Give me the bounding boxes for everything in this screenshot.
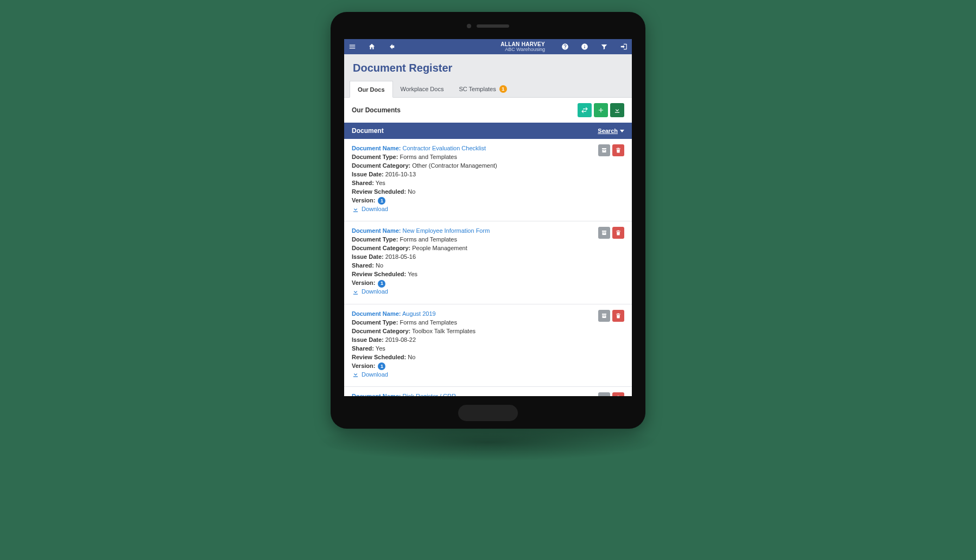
trash-icon [615, 313, 622, 319]
field-label: Document Name: [352, 145, 401, 151]
tab-our-docs[interactable]: Our Docs [350, 81, 393, 98]
document-row: Document Name: New Employee Information … [344, 221, 632, 304]
document-row: Document Name: Contractor Evaluation Che… [344, 139, 632, 221]
tab-sc-templates[interactable]: SC Templates 1 [451, 81, 514, 97]
field-label: Document Category: [352, 245, 410, 251]
search-toggle[interactable]: Search [598, 128, 624, 134]
delete-button[interactable] [612, 392, 624, 396]
field-value: Yes [408, 271, 417, 277]
user-name: ALLAN HARVEY [500, 42, 545, 47]
field-label: Version: [352, 362, 375, 369]
field-label: Version: [352, 279, 375, 286]
section-header: Our Documents [344, 98, 632, 123]
document-list: Document Name: Contractor Evaluation Che… [344, 139, 632, 396]
download-link[interactable]: Download [352, 371, 388, 379]
field-value: Yes [376, 180, 385, 186]
section-title: Our Documents [352, 106, 401, 114]
field-label: Issue Date: [352, 171, 384, 177]
archive-icon [601, 395, 607, 396]
user-org: ABC Warehousing [500, 47, 545, 52]
tabs: Our Docs Workplace Docs SC Templates 1 [344, 81, 632, 98]
field-value: 2019-08-22 [385, 336, 416, 343]
home-icon[interactable] [368, 43, 376, 50]
help-icon[interactable] [561, 43, 569, 50]
field-value: Other (Contractor Management) [412, 162, 497, 169]
delete-button[interactable] [612, 310, 624, 322]
download-link[interactable]: Download [352, 288, 388, 296]
content-area: Our Documents Document Search Document N… [344, 98, 632, 396]
archive-button[interactable] [598, 392, 610, 396]
document-name-link[interactable]: New Employee Information Form [403, 227, 490, 234]
tab-workplace-docs[interactable]: Workplace Docs [393, 81, 452, 97]
field-label: Issue Date: [352, 253, 384, 260]
field-label: Version: [352, 197, 375, 203]
delete-button[interactable] [612, 227, 624, 239]
field-value: 2016-10-13 [385, 171, 416, 177]
archive-button[interactable] [598, 144, 610, 156]
field-label: Document Type: [352, 154, 398, 160]
field-label: Document Name: [352, 310, 401, 317]
delete-button[interactable] [612, 144, 624, 156]
logout-icon[interactable] [620, 43, 628, 50]
table-header-label: Document [352, 127, 384, 135]
menu-icon[interactable] [348, 43, 356, 50]
field-label: Review Scheduled: [352, 271, 406, 277]
tab-label: Our Docs [358, 86, 385, 93]
field-value: Forms and Templates [400, 236, 457, 243]
page-title: Document Register [344, 54, 632, 81]
tablet-home-button[interactable] [458, 405, 518, 421]
field-value: No [376, 262, 383, 269]
version-badge: 1 [378, 280, 385, 288]
download-all-button[interactable] [610, 103, 624, 117]
download-icon [613, 106, 621, 114]
field-label: Document Category: [352, 162, 410, 169]
document-name-link[interactable]: Risk Register / CRR [403, 393, 456, 396]
caret-down-icon [620, 130, 624, 132]
document-row: Document Name: August 2019 Document Type… [344, 304, 632, 387]
field-value: People Management [412, 245, 467, 251]
tab-label: Workplace Docs [401, 86, 444, 92]
download-icon [352, 288, 359, 296]
field-label: Document Type: [352, 319, 398, 326]
document-name-link[interactable]: Contractor Evaluation Checklist [403, 145, 486, 151]
add-button[interactable] [594, 103, 608, 117]
field-value: Forms and Templates [400, 154, 457, 160]
search-label: Search [598, 128, 618, 134]
field-value: No [408, 188, 415, 195]
archive-button[interactable] [598, 310, 610, 322]
swap-icon [581, 106, 588, 114]
tablet-camera [467, 24, 509, 28]
field-label: Issue Date: [352, 336, 384, 343]
download-icon [352, 206, 359, 213]
filter-icon[interactable] [600, 43, 608, 50]
back-icon[interactable] [388, 43, 395, 50]
field-value: 2018-05-16 [385, 253, 416, 260]
field-label: Document Category: [352, 328, 410, 334]
field-label: Review Scheduled: [352, 354, 406, 360]
badge-count: 1 [499, 85, 507, 93]
swap-button[interactable] [578, 103, 592, 117]
field-label: Document Name: [352, 393, 401, 396]
trash-icon [615, 147, 622, 154]
trash-icon [615, 395, 622, 396]
field-value: Yes [376, 345, 385, 352]
tablet-shadow [314, 423, 662, 461]
user-block[interactable]: ALLAN HARVEY ABC Warehousing [500, 42, 545, 52]
field-label: Shared: [352, 180, 374, 186]
app-screen: ALLAN HARVEY ABC Warehousing Document Re… [344, 39, 632, 396]
field-label: Shared: [352, 345, 374, 352]
download-link[interactable]: Download [352, 205, 388, 214]
archive-icon [601, 230, 607, 236]
version-badge: 1 [378, 362, 385, 370]
field-label: Document Name: [352, 227, 401, 234]
trash-icon [615, 230, 622, 236]
field-label: Review Scheduled: [352, 188, 406, 195]
document-row: Document Name: Risk Register / CRR Docum… [344, 387, 632, 396]
info-icon[interactable] [581, 43, 588, 50]
version-badge: 1 [378, 197, 385, 205]
archive-icon [601, 147, 607, 154]
field-value: Forms and Templates [400, 319, 457, 326]
archive-button[interactable] [598, 227, 610, 239]
document-name-link[interactable]: August 2019 [402, 310, 436, 317]
tab-label: SC Templates [459, 86, 496, 92]
